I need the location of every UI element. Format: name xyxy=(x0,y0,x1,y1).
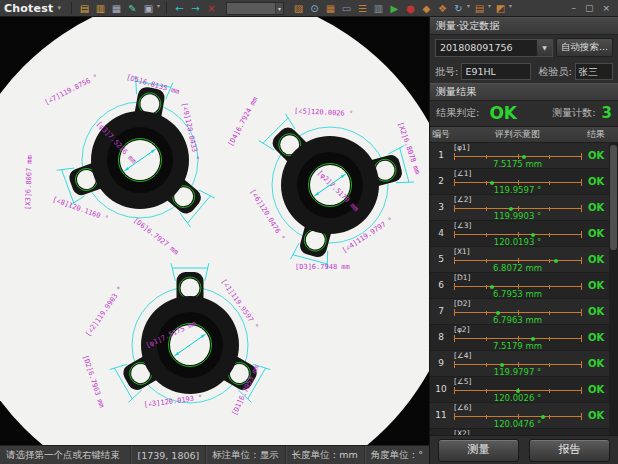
table-scrollbar[interactable] xyxy=(609,142,618,435)
play-icon[interactable]: ▶ xyxy=(388,2,401,15)
camera-view[interactable]: [D5]6.8135 mm[∠7]119.8756 °[∠9]120.0433 … xyxy=(0,17,429,445)
batch-field[interactable]: E91HL xyxy=(461,63,531,80)
magnifier-icon[interactable]: ⊙ xyxy=(308,2,321,15)
combobox-caret-icon[interactable]: ▾ xyxy=(275,3,283,14)
rotate-icon[interactable]: ↻ xyxy=(452,2,465,15)
layers-icon-caret[interactable]: ▾ xyxy=(488,2,491,15)
result-badge: OK xyxy=(583,299,609,324)
back-arrow-icon[interactable]: ← xyxy=(173,2,186,15)
table-row[interactable]: 7[D2]6.7963 mmOK xyxy=(430,299,609,325)
titlebar: Chotest ▾ ▤▥▦✎▣▾ ←→× ▾ ▨⊙▦▭☰▥▶●◆❖↻▾▤▾◩▾ … xyxy=(0,0,618,17)
table-row[interactable]: 9[∠4]119.9797 °OK xyxy=(430,351,609,377)
table-row[interactable]: 3[∠2]119.9903 °OK xyxy=(430,195,609,221)
zoom-combobox[interactable]: ▾ xyxy=(226,2,284,15)
table-row[interactable]: 2[∠1]119.9597 °OK xyxy=(430,169,609,195)
table-row[interactable]: 10[∠5]120.0026 °OK xyxy=(430,377,609,403)
measurement-canvas[interactable]: [D5]6.8135 mm[∠7]119.8756 °[∠9]120.0433 … xyxy=(0,17,429,445)
new-doc-icon[interactable]: ▤ xyxy=(78,2,91,15)
result-judgement-label: 结果判定: xyxy=(436,106,479,120)
dataset-value: 201808091756 xyxy=(436,42,536,53)
measured-value: 120.0026 ° xyxy=(452,393,583,403)
row-number: 2 xyxy=(430,169,452,194)
chevron-down-icon[interactable]: ▼ xyxy=(536,40,552,56)
annotation-unit[interactable]: 标注单位：显示 xyxy=(205,446,285,464)
rotate-icon-caret[interactable]: ▾ xyxy=(467,2,470,15)
feature-label: [∠2] xyxy=(454,195,471,204)
forward-arrow-icon[interactable]: → xyxy=(189,2,202,15)
minimize-button[interactable]: – xyxy=(571,3,576,13)
batch-label: 批号: xyxy=(435,65,458,79)
feature-label: [φ2] xyxy=(454,325,470,334)
result-badge: OK xyxy=(583,403,609,428)
feature-label: [∠4] xyxy=(454,351,471,360)
pointer-icon[interactable]: ◩ xyxy=(494,2,507,15)
table-row[interactable]: 11[∠6]120.0476 °OK xyxy=(430,403,609,429)
export-icon-caret[interactable]: ▾ xyxy=(157,2,160,15)
grid-icon[interactable]: ▦ xyxy=(324,2,337,15)
table-row[interactable]: 5[X1]6.8072 mmOK xyxy=(430,247,609,273)
result-badge: OK xyxy=(583,273,609,298)
row-number: 5 xyxy=(430,247,452,272)
toolbar-tools-group: ▨⊙▦▭☰▥▶●◆❖↻▾▤▾◩▾ xyxy=(292,2,512,15)
auto-search-button[interactable]: 自动搜索... xyxy=(556,38,613,57)
section-header-results: 测量结果 xyxy=(430,83,618,101)
table-row[interactable]: 12[X2]OK xyxy=(430,429,609,435)
measure-button[interactable]: 测量 xyxy=(438,439,519,462)
results-table-body[interactable]: 1[φ1]7.5175 mmOK2[∠1]119.9597 °OK3[∠2]11… xyxy=(430,143,609,435)
column-header-result: 结果 xyxy=(583,127,609,142)
measured-value: 119.9797 ° xyxy=(452,367,583,377)
app-menu-caret-icon[interactable]: ▾ xyxy=(57,4,61,12)
feature-label: [D1] xyxy=(454,273,470,282)
save-icon[interactable]: ▦ xyxy=(110,2,123,15)
export-icon[interactable]: ▣ xyxy=(142,2,155,15)
row-number: 9 xyxy=(430,351,452,376)
length-unit[interactable]: 长度单位：mm xyxy=(285,446,364,464)
layers-icon[interactable]: ▤ xyxy=(473,2,486,15)
window-controls: –▢× xyxy=(571,3,614,13)
result-judgement-value: OK xyxy=(489,103,552,123)
edit-image-icon[interactable]: ✎ xyxy=(126,2,139,15)
toolbar-separator xyxy=(71,2,72,14)
results-table-header: 编号 评判示意图 结果 xyxy=(430,127,618,143)
angle-unit[interactable]: 角度单位：° xyxy=(364,446,429,464)
table-row[interactable]: 6[D1]6.7953 mmOK xyxy=(430,273,609,299)
gesture-icon[interactable]: ❖ xyxy=(436,2,449,15)
table-row[interactable]: 8[φ2]7.5179 mmOK xyxy=(430,325,609,351)
inspector-field[interactable]: 张三 xyxy=(575,63,613,80)
row-number: 11 xyxy=(430,403,452,428)
row-number: 8 xyxy=(430,325,452,350)
app-menu[interactable]: Chotest xyxy=(4,2,53,15)
feature-label: [X2] xyxy=(454,429,470,435)
row-number: 1 xyxy=(430,143,452,168)
results-table: 编号 评判示意图 结果 1[φ1]7.5175 mmOK2[∠1]119.959… xyxy=(430,126,618,435)
list-icon[interactable]: ☰ xyxy=(356,2,369,15)
row-number: 10 xyxy=(430,377,452,402)
feature-label: [D2] xyxy=(454,299,470,308)
delete-icon[interactable]: × xyxy=(205,2,218,15)
result-badge: OK xyxy=(583,325,609,350)
status-hint: 请选择第一个点或右键结束 xyxy=(0,449,120,462)
pointer-icon-caret[interactable]: ▾ xyxy=(509,2,512,15)
measured-value: 6.7963 mm xyxy=(452,315,583,325)
dataset-dropdown[interactable]: 201808091756 ▼ xyxy=(435,39,553,57)
toolbar-nav-group: ←→× xyxy=(173,2,218,15)
table-row[interactable]: 4[∠3]120.0193 °OK xyxy=(430,221,609,247)
scrollbar-thumb[interactable] xyxy=(610,145,617,250)
measured-value: 7.5175 mm xyxy=(452,159,583,169)
report-button[interactable]: 报告 xyxy=(529,439,610,462)
row-number: 4 xyxy=(430,221,452,246)
film-icon[interactable]: ▥ xyxy=(372,2,385,15)
thumb-icon[interactable]: ◆ xyxy=(420,2,433,15)
feature-label: [∠3] xyxy=(454,221,471,230)
close-button[interactable]: × xyxy=(602,3,610,13)
tolerance-diagram: [∠2]119.9903 ° xyxy=(452,195,583,220)
monitor-icon[interactable]: ▭ xyxy=(340,2,353,15)
result-badge: OK xyxy=(583,377,609,402)
image-icon[interactable]: ▨ xyxy=(292,2,305,15)
open-folder-icon[interactable]: ▥ xyxy=(94,2,107,15)
record-icon[interactable]: ● xyxy=(404,2,417,15)
tolerance-diagram: [D1]6.7953 mm xyxy=(452,273,583,298)
cursor-coordinates: [1739, 1806] xyxy=(130,446,205,464)
table-row[interactable]: 1[φ1]7.5175 mmOK xyxy=(430,143,609,169)
maximize-button[interactable]: ▢ xyxy=(585,3,594,13)
